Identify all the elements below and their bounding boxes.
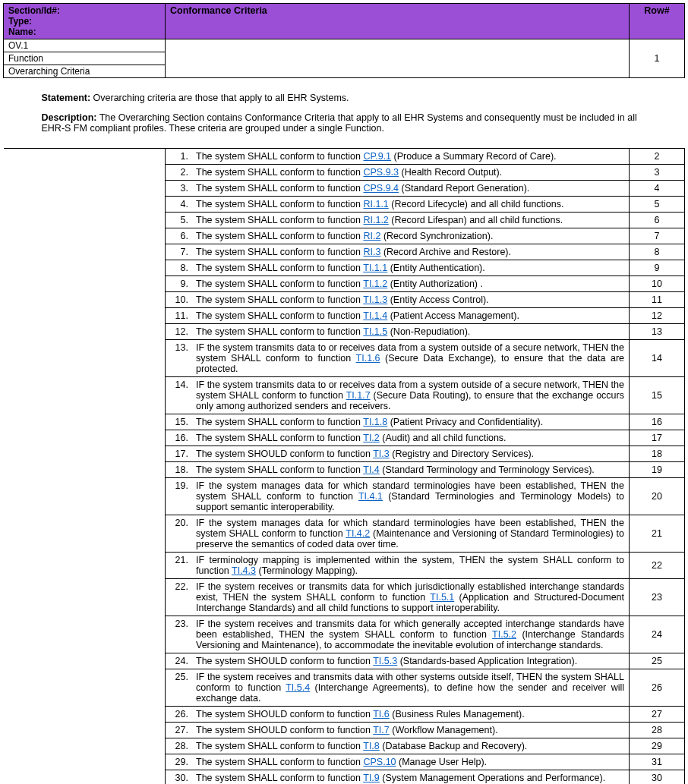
header-labels: Section/Id#: Type: Name: [4,4,166,39]
criteria-row: 30.The system SHALL conform to function … [4,770,685,784]
function-link[interactable]: TI.1.7 [346,390,371,401]
criteria-text: IF the system manages data for which sta… [191,515,630,552]
criteria-row: 27.The system SHOULD conform to function… [4,722,685,738]
row-number: 28 [630,722,685,738]
criteria-number: 27. [166,722,192,738]
function-link[interactable]: TI.1.1 [363,263,387,273]
criteria-row: 25.IF the system receives and transmits … [4,669,685,706]
criteria-row: 10.The system SHALL conform to function … [4,291,685,307]
criteria-text: IF the system transmits data to or recei… [191,339,630,376]
criteria-row: 29.The system SHALL conform to function … [4,754,685,770]
function-link[interactable]: TI.5.1 [430,592,454,603]
section-id-row: OV.1 1 [4,39,685,52]
criteria-text: The system SHOULD conform to function TI… [191,722,630,738]
function-link[interactable]: TI.2 [363,433,380,443]
criteria-number: 1. [166,148,192,164]
criteria-text: The system SHALL conform to function RI.… [191,212,630,228]
statement-row: Statement: Overarching criteria are thos… [4,78,685,149]
criteria-number: 2. [166,164,192,180]
section-row-number: 1 [630,39,685,78]
criteria-text: The system SHALL conform to function CPS… [191,164,630,180]
criteria-number: 15. [166,414,192,430]
function-link[interactable]: TI.4.3 [232,565,256,576]
row-number: 23 [630,578,685,616]
criteria-text: IF the system manages data for which sta… [191,477,630,515]
function-link[interactable]: TI.4 [363,464,380,475]
criteria-row: 18.The system SHALL conform to function … [4,461,685,477]
row-number: 26 [630,669,685,706]
criteria-number: 23. [166,616,192,653]
function-link[interactable]: CPS.10 [363,757,396,767]
criteria-row: 22.IF the system receives or transmits d… [4,578,685,616]
header-row: Row# [630,4,685,39]
function-link[interactable]: CPS.9.4 [363,183,399,194]
function-link[interactable]: TI.1.2 [363,279,387,289]
row-number: 21 [630,515,685,552]
section-type: Function [4,52,166,65]
function-link[interactable]: TI.6 [373,709,390,719]
function-link[interactable]: TI.1.4 [363,310,387,321]
function-link[interactable]: RI.3 [363,247,380,257]
criteria-text: The system SHALL conform to function RI.… [191,244,630,260]
function-link[interactable]: TI.1.6 [356,353,380,364]
row-number: 9 [630,260,685,276]
function-link[interactable]: RI.1.1 [363,199,388,209]
row-number: 25 [630,653,685,669]
section-name: Overarching Criteria [4,65,166,78]
function-link[interactable]: TI.5.4 [286,682,310,693]
row-number: 10 [630,276,685,291]
statement-label: Statement: [42,93,91,103]
criteria-text: IF the system receives and transmits dat… [191,669,630,706]
row-number: 16 [630,414,685,430]
function-link[interactable]: TI.5.3 [373,656,397,666]
function-link[interactable]: CP.9.1 [363,151,391,162]
row-number: 12 [630,307,685,323]
criteria-text: The system SHALL conform to function CPS… [191,180,630,196]
criteria-number: 9. [166,276,192,291]
criteria-row: 2.The system SHALL conform to function C… [4,164,685,180]
function-link[interactable]: TI.3 [373,449,390,459]
criteria-number: 11. [166,307,192,323]
criteria-text: The system SHALL conform to function TI.… [191,260,630,276]
criteria-number: 13. [166,339,192,376]
criteria-row: 7.The system SHALL conform to function R… [4,244,685,260]
section-id: OV.1 [4,39,166,52]
criteria-row: 17.The system SHOULD conform to function… [4,446,685,461]
function-link[interactable]: TI.1.5 [363,326,387,337]
function-link[interactable]: CPS.9.3 [363,167,399,178]
criteria-number: 24. [166,653,192,669]
criteria-row: 4.The system SHALL conform to function R… [4,196,685,212]
criteria-number: 18. [166,461,192,477]
criteria-text: IF the system receives or transmits data… [191,578,630,616]
criteria-number: 29. [166,754,192,770]
function-link[interactable]: TI.5.2 [492,629,516,640]
criteria-number: 4. [166,196,192,212]
function-link[interactable]: TI.1.3 [363,294,387,305]
table-header-row: Section/Id#: Type: Name: Conformance Cri… [4,4,685,39]
criteria-number: 5. [166,212,192,228]
criteria-row: 3.The system SHALL conform to function C… [4,180,685,196]
criteria-text: The system SHALL conform to function RI.… [191,196,630,212]
function-link[interactable]: TI.4.1 [358,491,383,502]
statement-text: Overarching criteria are those that appl… [90,93,349,103]
criteria-row: 8.The system SHALL conform to function T… [4,260,685,276]
function-link[interactable]: TI.7 [373,725,390,735]
function-link[interactable]: TI.4.2 [346,528,370,539]
row-number: 11 [630,291,685,307]
row-number: 30 [630,770,685,784]
row-number: 31 [630,754,685,770]
row-number: 13 [630,323,685,339]
criteria-table: Section/Id#: Type: Name: Conformance Cri… [3,3,685,784]
row-number: 15 [630,376,685,414]
function-link[interactable]: TI.8 [363,741,380,751]
criteria-text: IF the system receives and transmits dat… [191,616,630,653]
criteria-row: 26.The system SHOULD conform to function… [4,706,685,722]
function-link[interactable]: TI.1.8 [363,417,387,427]
function-link[interactable]: RI.2 [363,231,380,241]
criteria-text: The system SHALL conform to function TI.… [191,276,630,291]
function-link[interactable]: TI.9 [363,773,380,783]
function-link[interactable]: RI.1.2 [363,215,388,225]
row-number: 27 [630,706,685,722]
criteria-number: 14. [166,376,192,414]
criteria-row: 12.The system SHALL conform to function … [4,323,685,339]
